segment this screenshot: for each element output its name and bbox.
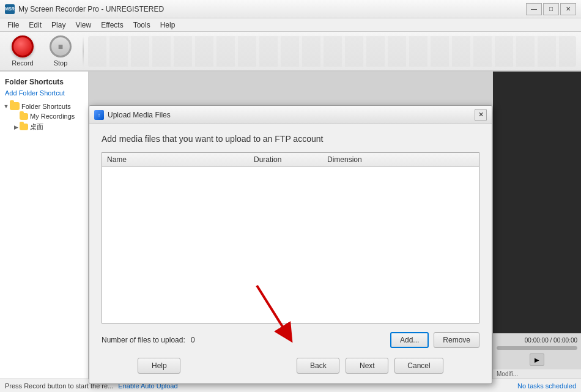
close-button[interactable]: ✕ <box>560 3 576 15</box>
cancel-button[interactable]: Cancel <box>394 358 443 374</box>
menu-effects[interactable]: Effects <box>96 20 128 31</box>
folder-icon <box>10 102 20 110</box>
file-table-body[interactable] <box>102 167 479 319</box>
record-icon <box>12 35 34 57</box>
menu-bar: File Edit Play View Effects Tools Help <box>0 18 581 32</box>
menu-edit[interactable]: Edit <box>24 20 46 31</box>
menu-view[interactable]: View <box>70 20 96 31</box>
file-count-label: Number of files to upload: <box>102 336 185 344</box>
preview-video <box>493 72 581 333</box>
dialog-title: Upload Media Files <box>108 111 171 119</box>
back-button[interactable]: Back <box>297 358 339 374</box>
content-area: ↑ Upload Media Files ✕ Add media files t… <box>89 72 492 379</box>
dialog-heading: Add media files that you want to upload … <box>102 134 479 144</box>
dialog-footer-row: Number of files to upload: 0 Add... Remo… <box>102 332 479 348</box>
file-table-header: Name Duration Dimension <box>102 153 479 167</box>
col-header-dimension: Dimension <box>327 155 474 164</box>
app-icon: MSR <box>5 4 15 14</box>
file-table: Name Duration Dimension <box>102 152 479 324</box>
menu-help[interactable]: Help <box>155 20 180 31</box>
add-button[interactable]: Add... <box>390 332 429 348</box>
dialog-body: Add media files that you want to upload … <box>89 124 492 383</box>
dialog-close-button[interactable]: ✕ <box>475 109 487 121</box>
sidebar: Folder Shortcuts Add Folder Shortcut ▼ F… <box>0 72 89 379</box>
stop-button[interactable]: Stop <box>43 34 78 68</box>
main-area: Folder Shortcuts Add Folder Shortcut ▼ F… <box>0 72 581 379</box>
tree-item-folder-shortcuts[interactable]: ▼ Folder Shortcuts <box>0 101 88 111</box>
col-header-duration: Duration <box>254 155 327 164</box>
file-count-value: 0 <box>191 336 195 344</box>
dialog-icon: ↑ <box>94 110 104 120</box>
tree-item-desktop[interactable]: ▶ 桌面 <box>0 121 88 133</box>
tree-label-my-recordings: My Recordings <box>30 113 75 120</box>
toolbar-placeholder <box>88 36 576 67</box>
help-button[interactable]: Help <box>138 358 180 374</box>
dialog-titlebar: ↑ Upload Media Files ✕ <box>89 106 492 124</box>
add-folder-shortcut-link[interactable]: Add Folder Shortcut <box>0 88 70 98</box>
tree-label-folder-shortcuts: Folder Shortcuts <box>21 103 71 110</box>
record-label: Record <box>12 59 33 67</box>
tree-arrow-sub <box>12 113 20 120</box>
folder-icon-desktop <box>20 124 28 130</box>
window-controls: — □ ✕ <box>526 3 576 15</box>
tree-arrow-desktop: ▶ <box>12 124 20 131</box>
title-bar: MSR My Screen Recorder Pro - UNREGISTERE… <box>0 0 581 18</box>
dialog-action-row: Help Back Next Cancel <box>102 358 479 374</box>
preview-label: Modifi... <box>493 369 581 379</box>
tree-item-my-recordings[interactable]: My Recordings <box>0 111 88 121</box>
menu-tools[interactable]: Tools <box>128 20 155 31</box>
menu-play[interactable]: Play <box>46 20 70 31</box>
tasks-link[interactable]: No tasks scheduled <box>517 382 576 390</box>
remove-button[interactable]: Remove <box>434 332 479 348</box>
dialog-overlay: ↑ Upload Media Files ✕ Add media files t… <box>89 72 492 379</box>
minimize-button[interactable]: — <box>526 3 542 15</box>
stop-label: Stop <box>54 59 68 67</box>
tree-label-desktop: 桌面 <box>30 122 43 131</box>
folder-icon-recordings <box>20 113 28 120</box>
time-display: 00:00:00 / 00:00:00 <box>497 337 577 344</box>
preview-panel: 00:00:00 / 00:00:00 ▶ Modifi... <box>492 72 581 379</box>
preview-slider[interactable] <box>497 346 577 350</box>
stop-icon <box>50 35 72 57</box>
toolbar: Record Stop <box>0 32 581 72</box>
dialog-titlebar-left: ↑ Upload Media Files <box>94 110 171 120</box>
preview-controls: 00:00:00 / 00:00:00 ▶ <box>493 333 581 369</box>
maximize-button[interactable]: □ <box>543 3 559 15</box>
record-button[interactable]: Record <box>5 34 40 68</box>
tree-arrow-expand: ▼ <box>2 103 10 110</box>
menu-file[interactable]: File <box>2 20 24 31</box>
col-header-name: Name <box>107 155 254 164</box>
window-title: My Screen Recorder Pro - UNREGISTERED <box>18 5 164 13</box>
file-count: Number of files to upload: 0 <box>102 336 195 344</box>
sidebar-tree: ▼ Folder Shortcuts My Recordings ▶ 桌面 <box>0 101 88 133</box>
upload-dialog: ↑ Upload Media Files ✕ Add media files t… <box>89 105 492 384</box>
toolbar-separator-1 <box>83 36 84 67</box>
prev-play-button[interactable]: ▶ <box>530 353 544 366</box>
preview-buttons: ▶ <box>497 353 577 366</box>
title-bar-left: MSR My Screen Recorder Pro - UNREGISTERE… <box>5 4 164 14</box>
footer-buttons-right: Add... Remove <box>390 332 479 348</box>
sidebar-title: Folder Shortcuts <box>0 75 88 89</box>
next-button[interactable]: Next <box>346 358 388 374</box>
